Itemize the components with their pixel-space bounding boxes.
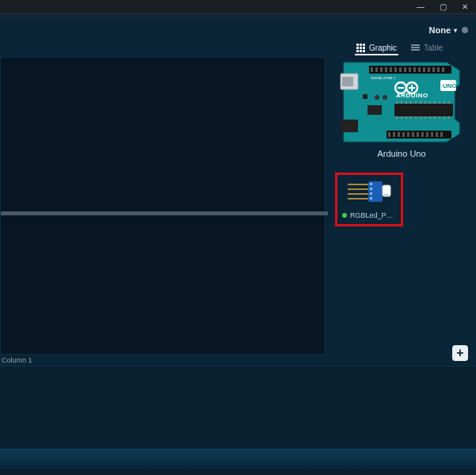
- svg-rect-2: [375, 67, 378, 72]
- svg-rect-77: [370, 188, 372, 190]
- svg-rect-31: [342, 77, 353, 86]
- svg-rect-39: [420, 101, 421, 104]
- svg-rect-1: [371, 67, 373, 72]
- svg-rect-46: [396, 116, 398, 119]
- svg-rect-21: [402, 132, 405, 137]
- svg-rect-42: [434, 101, 436, 104]
- svg-rect-43: [439, 101, 440, 104]
- port-dropdown[interactable]: None ▾: [429, 25, 469, 35]
- tab-table-label: Table: [424, 44, 443, 52]
- svg-rect-36: [406, 101, 407, 104]
- svg-rect-27: [431, 132, 433, 137]
- svg-rect-76: [370, 183, 372, 185]
- svg-rect-79: [370, 197, 372, 200]
- svg-rect-38: [415, 101, 417, 104]
- svg-rect-6: [394, 67, 397, 72]
- pane-splitter[interactable]: [1, 211, 328, 215]
- svg-rect-49: [410, 116, 412, 119]
- board-name-label: Arduino Uno: [335, 149, 468, 158]
- main-area: Column 1: [0, 57, 476, 366]
- svg-text:ARDUINO: ARDUINO: [396, 92, 428, 99]
- svg-rect-34: [396, 101, 398, 104]
- svg-rect-14: [432, 67, 435, 72]
- svg-rect-50: [415, 116, 417, 119]
- svg-rect-18: [388, 132, 390, 137]
- arduino-board-icon: ARDUINO UNO DIGITAL (PWM~): [339, 59, 464, 145]
- svg-rect-26: [426, 132, 428, 137]
- side-panel: ARDUINO UNO DIGITAL (PWM~) Arduino Uno: [329, 57, 476, 366]
- status-ok-icon: [342, 213, 347, 218]
- svg-rect-33: [394, 104, 453, 116]
- port-dropdown-label: None: [429, 25, 451, 35]
- svg-rect-19: [393, 132, 395, 137]
- close-button[interactable]: ✕: [454, 0, 476, 14]
- svg-rect-55: [439, 116, 440, 119]
- svg-rect-13: [428, 67, 430, 72]
- svg-rect-29: [440, 132, 443, 137]
- svg-rect-25: [421, 132, 424, 137]
- svg-rect-9: [409, 67, 411, 72]
- svg-rect-41: [429, 101, 431, 104]
- status-dot-icon: [462, 27, 468, 33]
- svg-rect-54: [434, 116, 436, 119]
- svg-rect-45: [448, 101, 450, 104]
- grid-icon: [356, 44, 365, 52]
- svg-rect-11: [418, 67, 421, 72]
- design-canvas[interactable]: [0, 57, 326, 355]
- svg-rect-7: [399, 67, 402, 72]
- view-tabs: Graphic Table: [0, 40, 476, 57]
- minimize-button[interactable]: —: [409, 0, 432, 14]
- svg-rect-12: [423, 67, 425, 72]
- svg-rect-16: [442, 67, 444, 72]
- status-column-label: Column 1: [2, 356, 32, 364]
- svg-rect-78: [370, 192, 372, 195]
- svg-point-59: [375, 95, 379, 100]
- svg-rect-40: [425, 101, 426, 104]
- rgb-led-icon: [346, 181, 392, 202]
- tab-graphic[interactable]: Graphic: [355, 42, 398, 55]
- svg-rect-32: [341, 120, 358, 132]
- svg-rect-28: [436, 132, 438, 137]
- bottom-accent-bar: [0, 449, 476, 469]
- svg-rect-52: [425, 116, 426, 119]
- chevron-down-icon: ▾: [454, 27, 457, 34]
- status-bar: Column 1: [0, 355, 326, 366]
- svg-rect-61: [363, 94, 367, 99]
- svg-rect-37: [410, 101, 412, 104]
- component-label-row: RGBLed_P…: [342, 211, 396, 219]
- tab-table[interactable]: Table: [409, 42, 444, 55]
- svg-rect-4: [385, 67, 387, 72]
- maximize-button[interactable]: ▢: [432, 0, 454, 14]
- svg-rect-53: [429, 116, 431, 119]
- bottom-panel: [0, 366, 476, 475]
- svg-rect-35: [401, 101, 402, 104]
- svg-rect-51: [420, 116, 421, 119]
- svg-rect-48: [406, 116, 407, 119]
- svg-rect-44: [444, 101, 445, 104]
- svg-point-60: [383, 95, 387, 100]
- window-titlebar: — ▢ ✕: [0, 0, 476, 14]
- component-list: RGBLed_P…: [335, 173, 468, 226]
- svg-rect-47: [401, 116, 402, 119]
- svg-rect-15: [437, 67, 440, 72]
- component-item-rgbled[interactable]: RGBLed_P…: [335, 173, 403, 226]
- table-icon: [411, 44, 420, 51]
- top-toolbar: None ▾: [0, 21, 476, 40]
- svg-rect-5: [390, 67, 392, 72]
- svg-text:DIGITAL (PWM~): DIGITAL (PWM~): [371, 76, 396, 80]
- board-preview[interactable]: ARDUINO UNO DIGITAL (PWM~): [335, 59, 468, 146]
- svg-rect-81: [384, 194, 389, 196]
- component-label: RGBLed_P…: [350, 211, 394, 219]
- svg-rect-8: [404, 67, 406, 72]
- svg-rect-10: [413, 67, 416, 72]
- canvas-column: Column 1: [0, 57, 329, 366]
- svg-rect-24: [417, 132, 419, 137]
- add-component-button[interactable]: +: [452, 345, 468, 361]
- svg-text:UNO: UNO: [443, 82, 457, 89]
- component-thumbnail: [342, 180, 396, 203]
- svg-rect-23: [412, 132, 414, 137]
- tab-graphic-label: Graphic: [369, 44, 397, 52]
- svg-rect-22: [407, 132, 409, 137]
- menu-strip: [0, 14, 476, 21]
- svg-rect-20: [398, 132, 400, 137]
